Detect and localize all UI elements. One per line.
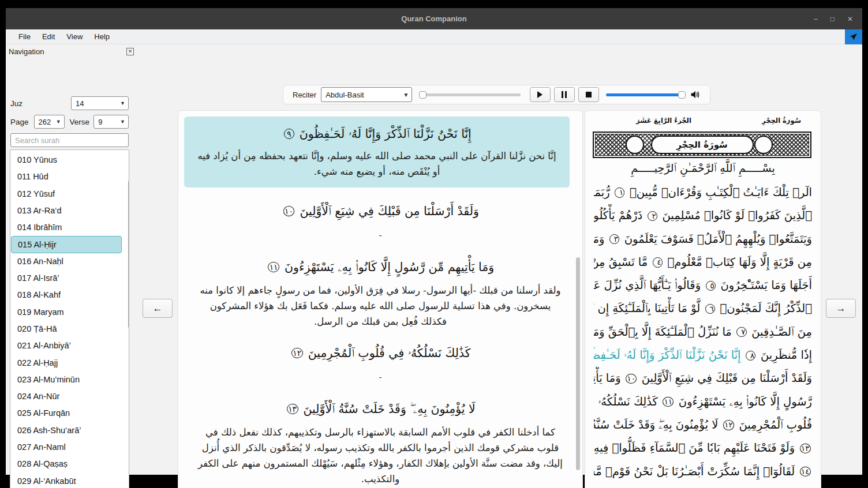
minimize-button[interactable]: – xyxy=(814,15,818,23)
chevron-down-icon: ▼ xyxy=(117,119,125,125)
app-window: Quran Companion – □ ✕ File Edit View Hel… xyxy=(6,8,862,475)
verse-tafsir: - xyxy=(198,228,563,243)
verse-value: 9 xyxy=(98,118,102,126)
mushaf-line[interactable]: ٱلذِّكْرُ إِنَّكَ لَمَجْنُونٞ ٦ لَّوْ مَ… xyxy=(594,297,812,320)
pause-button[interactable] xyxy=(554,87,575,102)
mushaf-line[interactable]: وَيَتَمَتَّعُوا۟ وَيُلْهِهِمُ ٱلْأَمَلُۖ… xyxy=(594,228,812,251)
mushaf-panel: الجُزءُ الرَّابِعَ عَشَرَ سُورَةُ الحِجْ… xyxy=(585,110,821,488)
seek-handle[interactable] xyxy=(419,91,426,99)
juz-value: 14 xyxy=(76,99,84,108)
seek-track xyxy=(419,93,520,96)
stop-icon xyxy=(586,92,592,97)
mushaf-lines: الٓرۚ تِلْكَ ءَايَـٰتُ ٱلْكِتَـٰبِ وَقُر… xyxy=(594,181,812,483)
mushaf-line[interactable]: قُلُوبِ ٱلْمُجْرِمِينَ ١٢ لَا يُؤْمِنُون… xyxy=(594,414,812,437)
mushaf-line[interactable]: مِن قَرْيَةٍ إِلَّا وَلَهَا كِتَابٞ مَّع… xyxy=(594,251,812,274)
reciter-select[interactable]: Abdul-Basit ▼ xyxy=(321,87,412,102)
verse-tafsir: كما أدخلنا الكفر في قلوب الأمم السابقة ب… xyxy=(198,425,563,487)
mushaf-line[interactable]: رَّسُولٍ إِلَّا كَانُوا۟ بِهِۦ يَسْتَهْز… xyxy=(594,391,812,414)
volume-slider[interactable] xyxy=(606,91,686,99)
juz-select[interactable]: 14 ▼ xyxy=(71,96,129,110)
mushaf-line-highlighted[interactable]: إِذٗا مُّنظَرِينَ ٨ إِنَّا نَحْنُ نَزَّل… xyxy=(594,344,812,367)
surah-list-item[interactable]: 017 Al-Isrā’ xyxy=(10,270,129,287)
volume-track xyxy=(606,93,681,96)
dock-close-icon[interactable]: ✕ xyxy=(126,48,134,55)
mushaf-line-highlight-part: إِنَّا نَحْنُ نَزَّلْنَا ٱلذِّكْرَ وَإِن… xyxy=(594,348,744,362)
page-label: Page xyxy=(10,118,29,126)
surah-list-item[interactable]: 026 Ash-Shu‘arā’ xyxy=(10,422,129,439)
left-arrow-icon: ← xyxy=(153,303,163,314)
seek-slider[interactable] xyxy=(419,91,520,98)
play-button[interactable] xyxy=(530,87,551,102)
mushaf-line[interactable]: وَلَقَدْ أَرْسَلْنَا مِن قَبْلِكَ فِي شِ… xyxy=(594,367,812,390)
stop-button[interactable] xyxy=(578,87,599,102)
surah-list-item[interactable]: 010 Yūnus xyxy=(10,152,129,168)
menu-file[interactable]: File xyxy=(13,31,36,43)
maximize-button[interactable]: □ xyxy=(830,15,835,23)
speaker-icon xyxy=(690,90,701,99)
search-surah-input[interactable] xyxy=(10,133,129,147)
page-select[interactable]: 262 ▼ xyxy=(34,115,65,129)
navigate-button[interactable] xyxy=(845,29,862,44)
menu-help[interactable]: Help xyxy=(88,31,115,43)
ornament-circle xyxy=(754,136,773,154)
verse-arabic: وَمَا يَأْتِيهِم مِّن رَّسُولٍ إِلَّا كَ… xyxy=(198,257,563,277)
navigation-dock-title: Navigation xyxy=(8,47,44,56)
verse-block[interactable]: كَذَٰلِكَ نَسْلُكُهُۥ فِي قُلُوبِ ٱلْمُج… xyxy=(198,343,563,385)
surah-list-item[interactable]: 029 Al-‘Ankabūt xyxy=(10,473,129,488)
basmala: بِسْـــــمِ ٱللَّهِ ٱلرَّحْمَـٰنِ ٱلرَّح… xyxy=(585,162,821,175)
menu-view[interactable]: View xyxy=(61,31,88,43)
menu-edit[interactable]: Edit xyxy=(36,31,61,43)
verse-select[interactable]: 9 ▼ xyxy=(93,115,129,129)
mushaf-line[interactable]: مِنَ ٱلصَّـٰدِقِينَ ٧ مَا نُنَزِّلُ ٱلْم… xyxy=(594,321,812,344)
surah-list-item[interactable]: 023 Al-Mu’minūn xyxy=(10,371,129,388)
player-bar: Reciter Abdul-Basit ▼ xyxy=(283,85,710,104)
verse-block[interactable]: وَلَقَدْ أَرْسَلْنَا مِن قَبْلِكَ فِي شِ… xyxy=(198,201,563,243)
surah-frame-title: سُورَةُ الحِجْرِ xyxy=(651,136,754,154)
verse-label: Verse xyxy=(70,118,90,126)
juz-header: الجُزءُ الرَّابِعَ عَشَرَ xyxy=(636,117,691,125)
surah-list-item[interactable]: 011 Hūd xyxy=(10,168,129,185)
highlighted-verse-card[interactable]: إِنَّا نَحْنُ نَزَّلْنَا ٱلذِّكْرَ وَإِن… xyxy=(184,117,570,187)
surah-list-item[interactable]: 014 Ibrāhīm xyxy=(10,219,129,236)
main-content: Navigation ✕ Juz 14 ▼ Page 262 ▼ Verse 9… xyxy=(6,44,862,475)
surah-list-item[interactable]: 012 Yūsuf xyxy=(10,186,129,202)
surah-list: 010 Yūnus 011 Hūd 012 Yūsuf 013 Ar-Ra‘d … xyxy=(10,149,129,488)
surah-list-item[interactable]: 020 Ṭā-Hā xyxy=(10,321,129,337)
surah-list-item[interactable]: 018 Al-Kahf xyxy=(10,287,129,303)
verse-arabic: إِنَّا نَحْنُ نَزَّلْنَا ٱلذِّكْرَ وَإِن… xyxy=(194,124,559,144)
verse-block[interactable]: وَمَا يَأْتِيهِم مِّن رَّسُولٍ إِلَّا كَ… xyxy=(198,257,563,329)
surah-list-item[interactable]: 021 Al-Anbiyā’ xyxy=(10,337,129,354)
previous-page-button[interactable]: ← xyxy=(143,299,173,318)
volume-handle[interactable] xyxy=(678,91,686,99)
surah-list-item-selected[interactable]: 015 Al-Ḥijr xyxy=(11,236,122,253)
navigation-dock-header: Navigation ✕ xyxy=(8,46,134,57)
ornament-circle xyxy=(626,136,644,154)
close-button[interactable]: ✕ xyxy=(847,15,853,23)
mushaf-line[interactable]: ١٣ وَلَوْ فَتَحْنَا عَلَيْهِم بَابٗا مِّ… xyxy=(594,437,812,460)
surah-list-item[interactable]: 016 An-Naḥl xyxy=(10,253,129,270)
surah-list-item[interactable]: 025 Al-Furqān xyxy=(10,405,129,422)
surah-list-item[interactable]: 013 Ar-Ra‘d xyxy=(10,202,129,219)
chevron-down-icon: ▼ xyxy=(117,100,125,106)
mushaf-line[interactable]: ٱلَّذِينَ كَفَرُوا۟ لَوْ كَانُوا۟ مُسْلِ… xyxy=(594,204,812,227)
reading-panel: إِنَّا نَحْنُ نَزَّلْنَا ٱلذِّكْرَ وَإِن… xyxy=(178,110,583,488)
page-verse-row: Page 262 ▼ Verse 9 ▼ xyxy=(10,115,129,129)
next-page-button[interactable]: → xyxy=(826,299,856,318)
window-controls: – □ ✕ xyxy=(814,8,853,29)
surah-list-scrollbar[interactable] xyxy=(128,180,129,328)
surah-list-item[interactable]: 022 Al-Ḥajj xyxy=(10,355,129,371)
verse-tafsir: - xyxy=(198,370,563,385)
mushaf-line[interactable]: أَجَلَهَا وَمَا يَسْتَـْٔخِرُونَ ٥ وَقَا… xyxy=(594,274,812,297)
juz-label: Juz xyxy=(10,99,23,108)
verse-block[interactable]: لَا يُؤْمِنُونَ بِهِۦ ۖ وَقَدْ خَلَتْ سُ… xyxy=(198,399,563,487)
surah-list-item[interactable]: 027 An-Naml xyxy=(10,439,129,456)
surah-list-item[interactable]: 019 Maryam xyxy=(10,304,129,321)
reading-scrollbar[interactable] xyxy=(576,257,580,470)
mushaf-line[interactable]: ١٤ لَقَالُوٓا۟ إِنَّمَا سُكِّرَتْ أَبْصَ… xyxy=(594,460,812,483)
mushaf-line[interactable]: الٓرۚ تِلْكَ ءَايَـٰتُ ٱلْكِتَـٰبِ وَقُر… xyxy=(594,181,812,204)
surah-list-item[interactable]: 024 An-Nūr xyxy=(10,388,129,405)
surah-list-item[interactable]: 028 Al-Qaṣaṣ xyxy=(10,456,129,472)
send-arrow-icon xyxy=(849,32,858,42)
reciter-value: Abdul-Basit xyxy=(326,91,364,99)
title-bar: Quran Companion – □ ✕ xyxy=(6,8,862,29)
